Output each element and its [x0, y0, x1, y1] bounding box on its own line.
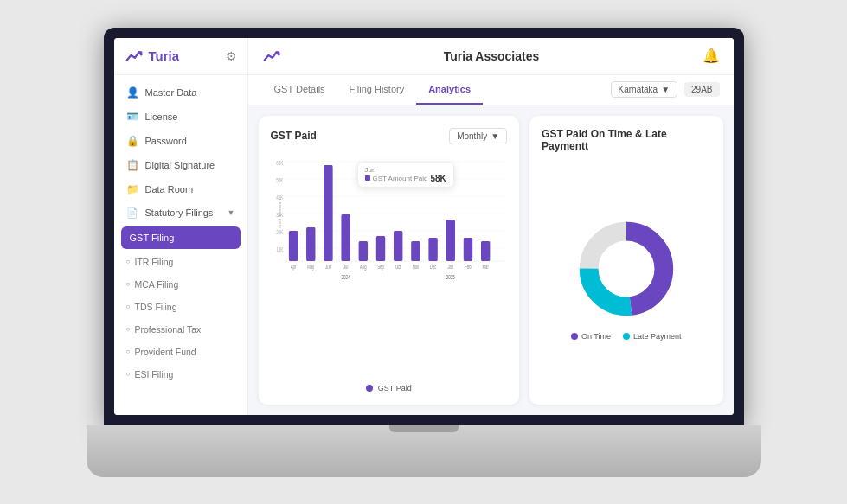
tab-filters: Karnataka ▼ 29AB: [611, 81, 720, 98]
sidebar-item-itr-filing[interactable]: ITR Filing: [114, 251, 247, 273]
sidebar-item-statutory-label: Statutory Filings: [145, 207, 214, 218]
gst-paid-chart-header: GST Paid Monthly ▼: [271, 128, 508, 144]
company-name: Turia Associates: [281, 49, 703, 63]
main-content: Turia Associates 🔔 GST Details Filing Hi…: [248, 38, 734, 415]
sidebar-item-esi-filing[interactable]: ESI Filing: [114, 363, 247, 386]
donut-chart-content: 27% 73% On Time Late Payment: [542, 161, 710, 392]
sidebar-item-master-data-label: Master Data: [145, 87, 197, 98]
state-filter-value: Karnataka: [619, 85, 658, 94]
svg-text:Sep: Sep: [377, 264, 384, 270]
sidebar-item-itr-label: ITR Filing: [135, 257, 174, 267]
sidebar-item-tds-label: TDS Filing: [135, 302, 177, 312]
dashboard: GST Paid Monthly ▼ Jun: [248, 105, 734, 415]
svg-text:Feb: Feb: [465, 264, 471, 270]
sidebar-item-license-label: License: [145, 112, 178, 122]
svg-rect-15: [306, 227, 315, 261]
chevron-down-icon: ▼: [228, 208, 235, 217]
svg-text:Jan: Jan: [447, 264, 453, 270]
chart-legend: GST Paid: [271, 384, 508, 392]
svg-text:2025: 2025: [446, 274, 455, 280]
svg-text:Mar: Mar: [482, 264, 488, 270]
settings-icon[interactable]: ⚙: [226, 49, 237, 63]
sidebar-item-professional-tax[interactable]: Professional Tax: [114, 318, 247, 341]
sidebar-item-license[interactable]: 🪪 License: [114, 105, 247, 129]
bar-chart-svg: 60K 50K 40K 30K 20K 10K: [271, 153, 508, 291]
gst-paid-chart-card: GST Paid Monthly ▼ Jun: [259, 116, 520, 405]
svg-rect-14: [288, 231, 297, 261]
tab-filing-history[interactable]: Filing History: [337, 75, 417, 105]
sidebar-logo: Turia: [125, 47, 180, 66]
sidebar-item-tds-filing[interactable]: TDS Filing: [114, 296, 247, 318]
tab-gst-details[interactable]: GST Details: [262, 75, 337, 105]
period-dropdown[interactable]: Monthly ▼: [449, 128, 507, 144]
svg-text:Jun: Jun: [325, 264, 331, 270]
donut-chart-svg: 27% 73%: [570, 213, 683, 325]
sidebar-item-esi-label: ESI Filing: [135, 369, 174, 380]
svg-text:Dec: Dec: [429, 264, 436, 270]
tab-analytics[interactable]: Analytics: [416, 75, 483, 105]
sidebar-item-prof-tax-label: Professional Tax: [135, 324, 202, 335]
svg-text:Apr: Apr: [290, 264, 296, 270]
gstin-code-badge: 29AB: [684, 82, 719, 97]
sidebar-item-mca-label: MCA Filing: [135, 279, 179, 290]
svg-rect-19: [375, 236, 384, 261]
sidebar-brand-name: Turia: [149, 48, 180, 63]
on-time-dot: [571, 333, 578, 340]
period-value: Monthly: [457, 131, 487, 141]
svg-rect-17: [341, 214, 350, 261]
svg-text:27%: 27%: [601, 252, 619, 261]
legend-late-payment: Late Payment: [623, 332, 682, 341]
state-filter-dropdown[interactable]: Karnataka ▼: [611, 81, 678, 98]
late-payment-label: Late Payment: [633, 332, 682, 341]
sidebar-item-data-room[interactable]: 📁 Data Room: [114, 177, 247, 201]
chart-legend-label: GST Paid: [378, 384, 412, 392]
sidebar-item-digital-signature[interactable]: 📋 Digital Signature: [114, 153, 247, 177]
sidebar-item-data-room-label: Data Room: [145, 184, 194, 195]
top-bar: Turia Associates 🔔: [248, 38, 734, 75]
gst-paid-chart-title: GST Paid: [271, 130, 317, 142]
svg-rect-18: [358, 241, 367, 261]
svg-text:20K: 20K: [276, 229, 283, 235]
license-icon: 🪪: [126, 111, 138, 123]
svg-rect-25: [480, 241, 489, 261]
sidebar-item-mca-filing[interactable]: MCA Filing: [114, 273, 247, 296]
sidebar: Turia ⚙ 👤 Master Data 🪪 License 🔒: [114, 38, 248, 415]
tabs-container: GST Details Filing History Analytics: [262, 75, 484, 105]
topbar-logo-icon: [262, 47, 281, 66]
bar-chart-container: Jun GST Amount Paid 58K 60K 50K: [271, 153, 508, 380]
digital-sig-icon: 📋: [126, 159, 138, 171]
svg-text:Jul: Jul: [343, 264, 347, 270]
legend-dot-gst-paid: [366, 385, 373, 392]
late-payment-dot: [623, 333, 630, 340]
sidebar-item-provident-fund[interactable]: Provident Fund: [114, 341, 247, 363]
sidebar-item-digital-signature-label: Digital Signature: [145, 160, 215, 170]
sidebar-item-pf-label: Provident Fund: [135, 347, 196, 357]
sidebar-item-gst-filing-label: GST Filing: [130, 233, 175, 243]
statutory-icon: 📄: [126, 207, 138, 219]
donut-chart-card: GST Paid On Time & Late Paymentt: [529, 116, 722, 405]
top-bar-logo: [262, 47, 281, 66]
svg-text:73%: 73%: [629, 281, 646, 290]
notification-bell-icon[interactable]: 🔔: [703, 48, 720, 64]
sidebar-nav: 👤 Master Data 🪪 License 🔒 Password 📋 Dig…: [114, 75, 247, 391]
sidebar-header: Turia ⚙: [114, 38, 247, 75]
chevron-down-icon: ▼: [661, 85, 670, 94]
data-room-icon: 📁: [126, 183, 138, 195]
sidebar-item-statutory-filings[interactable]: 📄 Statutory Filings ▼: [114, 201, 247, 225]
on-time-label: On Time: [581, 332, 611, 341]
period-chevron-icon: ▼: [491, 131, 499, 141]
sidebar-item-password[interactable]: 🔒 Password: [114, 129, 247, 153]
sidebar-item-password-label: Password: [145, 136, 187, 146]
svg-text:10K: 10K: [276, 246, 283, 252]
svg-text:GST Amount: GST Amount: [277, 198, 281, 228]
svg-text:Nov: Nov: [412, 264, 419, 270]
svg-text:Aug: Aug: [360, 264, 367, 270]
turia-logo-icon: [125, 47, 144, 66]
svg-text:2024: 2024: [341, 274, 350, 280]
svg-rect-20: [394, 231, 402, 261]
legend-on-time: On Time: [571, 332, 611, 341]
sidebar-item-gst-filing[interactable]: GST Filing: [121, 226, 241, 249]
svg-rect-24: [463, 238, 472, 261]
svg-text:50K: 50K: [276, 177, 283, 183]
sidebar-item-master-data[interactable]: 👤 Master Data: [114, 80, 247, 105]
